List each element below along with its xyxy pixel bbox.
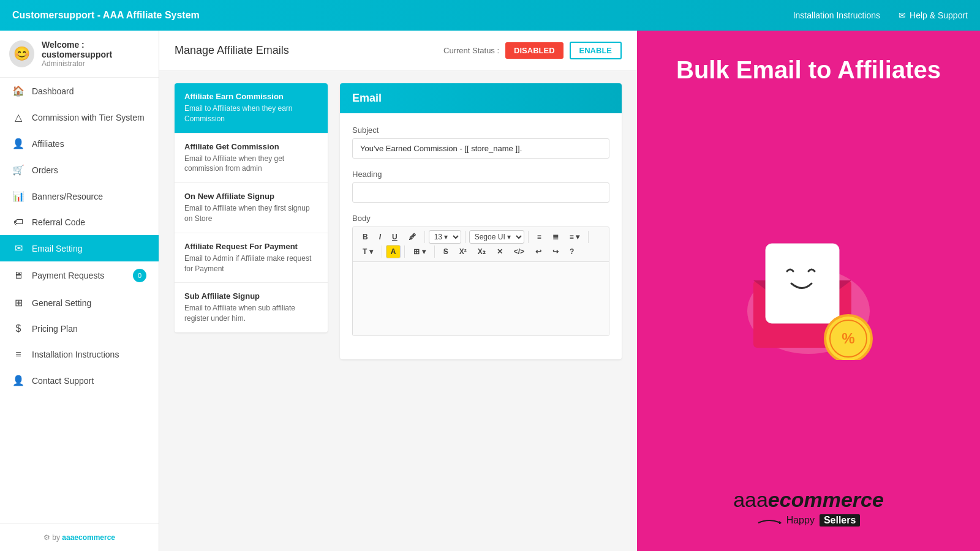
sidebar-footer: ⚙ by aaaecommerce xyxy=(0,523,159,551)
ordered-list-button[interactable]: ≣ xyxy=(548,230,564,244)
email-item-desc: Email to Admin if Affiliate make request… xyxy=(184,253,318,274)
sidebar-nav: 🏠 Dashboard △ Commission with Tier Syste… xyxy=(0,78,159,523)
help-button[interactable]: ? xyxy=(565,245,579,258)
top-header: Customersupport - AAA Affiliate System I… xyxy=(0,0,980,31)
email-list-item-2[interactable]: On New Affiliate Signup Email to Affilia… xyxy=(175,183,328,233)
undo-button[interactable]: ↩ xyxy=(530,245,546,258)
table-button[interactable]: ⊞ ▾ xyxy=(409,245,430,258)
content-area: Manage Affiliate Emails Current Status :… xyxy=(159,31,637,551)
sidebar-item-label: Pricing Plan xyxy=(32,324,78,334)
promo-brand: aaaecommerce Happy Sellers xyxy=(733,488,884,527)
payment-badge: 0 xyxy=(133,269,146,282)
tagline-happy: Happy xyxy=(786,515,815,526)
underline-button[interactable]: U xyxy=(387,230,402,244)
sidebar-item-installation[interactable]: ≡ Installation Instructions xyxy=(0,342,159,367)
promo-headline: Bulk Email to Affiliates xyxy=(676,55,941,84)
subject-label: Subject xyxy=(352,126,609,135)
header-links: Installation Instructions ✉ Help & Suppo… xyxy=(793,10,968,20)
sidebar-item-orders[interactable]: 🛒 Orders xyxy=(0,157,159,183)
redo-button[interactable]: ↪ xyxy=(548,245,564,258)
grid-icon: ⊞ xyxy=(12,297,24,309)
email-form-panel: Email Subject Heading Body B xyxy=(340,83,622,359)
font-family-select[interactable]: Segoe UI ▾ xyxy=(469,230,524,244)
superscript-button[interactable]: X² xyxy=(454,245,472,258)
toolbar-divider xyxy=(404,246,405,258)
email-icon: ✉ xyxy=(12,242,24,254)
email-list-item-4[interactable]: Sub Affiliate Signup Email to Affiliate … xyxy=(175,283,328,332)
toolbar-divider xyxy=(588,231,589,243)
sidebar-item-pricing[interactable]: $ Pricing Plan xyxy=(0,316,159,342)
sidebar-item-label: Contact Support xyxy=(32,376,94,386)
toolbar-divider xyxy=(528,231,529,243)
sidebar-item-contact[interactable]: 👤 Contact Support xyxy=(0,367,159,394)
align-button[interactable]: ≡ ▾ xyxy=(565,230,584,244)
editor-body[interactable] xyxy=(353,262,609,335)
status-badge: DISABLED xyxy=(505,42,563,59)
brand-aaa: aaa xyxy=(733,488,768,511)
sidebar-item-banners[interactable]: 📊 Banners/Resource xyxy=(0,183,159,209)
cart-icon: 🛒 xyxy=(12,164,24,176)
email-list-item-0[interactable]: Affiliate Earn Commission Email to Affil… xyxy=(175,83,328,133)
clear-button[interactable]: ✕ xyxy=(492,245,508,258)
email-item-desc: Email to Affiliate when they get commiss… xyxy=(184,154,318,174)
highlight-button[interactable]: A xyxy=(386,245,401,258)
right-promo-panel: Bulk Email to Affiliates xyxy=(637,31,980,551)
user-info: Welcome : customersupport Administrator xyxy=(42,40,149,68)
unordered-list-button[interactable]: ≡ xyxy=(532,230,546,244)
font-size-select[interactable]: 13 ▾ xyxy=(429,230,461,244)
enable-button[interactable]: ENABLE xyxy=(570,42,622,59)
promo-illustration: % xyxy=(741,213,876,360)
triangle-icon: △ xyxy=(12,111,24,123)
bold-button[interactable]: B xyxy=(358,230,373,244)
contact-icon: 👤 xyxy=(12,375,24,386)
tag-icon: 🏷 xyxy=(12,217,24,228)
page-header: Manage Affiliate Emails Current Status :… xyxy=(159,31,637,71)
page-title: Manage Affiliate Emails xyxy=(175,44,289,57)
email-item-title: Sub Affiliate Signup xyxy=(184,291,318,301)
toolbar-divider xyxy=(382,246,382,258)
subject-input[interactable] xyxy=(352,138,609,159)
email-list-item-3[interactable]: Affiliate Request For Payment Email to A… xyxy=(175,233,328,283)
help-link[interactable]: ✉ Help & Support xyxy=(899,10,968,20)
toolbar-divider xyxy=(434,246,435,258)
svg-text:%: % xyxy=(842,330,854,347)
editor-toolbar: B I U 🖉 13 ▾ Segoe UI ▾ xyxy=(353,227,609,262)
heading-input[interactable] xyxy=(352,182,609,203)
sidebar-item-label: Payment Requests xyxy=(32,271,104,280)
email-item-title: Affiliate Request For Payment xyxy=(184,242,318,251)
text-style-button[interactable]: T ▾ xyxy=(358,245,378,258)
sidebar-item-label: Commission with Tier System xyxy=(32,113,145,122)
email-item-title: Affiliate Get Commission xyxy=(184,142,318,151)
footer-brand-link[interactable]: aaaecommerce xyxy=(62,533,115,542)
sidebar-item-payment-requests[interactable]: 🖥 Payment Requests 0 xyxy=(0,261,159,290)
sidebar-item-label: Dashboard xyxy=(32,86,74,96)
chart-icon: 📊 xyxy=(12,190,24,202)
code-button[interactable]: </> xyxy=(509,245,529,258)
sidebar-item-dashboard[interactable]: 🏠 Dashboard xyxy=(0,78,159,104)
brand-ecommerce: ecommerce xyxy=(768,488,884,511)
content-body: Affiliate Earn Commission Email to Affil… xyxy=(159,71,637,551)
envelope-illustration: % xyxy=(741,213,876,360)
sidebar-item-email-setting[interactable]: ✉ Email Setting xyxy=(0,235,159,261)
toolbar-divider xyxy=(424,231,425,243)
sidebar-item-commission-tier[interactable]: △ Commission with Tier System xyxy=(0,104,159,130)
sidebar-item-general[interactable]: ⊞ General Setting xyxy=(0,290,159,316)
arrow-icon xyxy=(757,517,782,524)
italic-button[interactable]: I xyxy=(374,230,386,244)
sidebar-item-referral[interactable]: 🏷 Referral Code xyxy=(0,209,159,235)
email-form-body: Subject Heading Body B I U xyxy=(340,113,622,359)
strikethrough-button[interactable]: S xyxy=(439,245,453,258)
sidebar: 😊 Welcome : customersupport Administrato… xyxy=(0,31,159,551)
email-list-item-1[interactable]: Affiliate Get Commission Email to Affili… xyxy=(175,133,328,184)
list-icon: ≡ xyxy=(12,349,24,360)
email-item-title: On New Affiliate Signup xyxy=(184,192,318,201)
status-area: Current Status : DISABLED ENABLE xyxy=(443,42,622,59)
subscript-button[interactable]: X₂ xyxy=(473,245,491,258)
installation-link[interactable]: Installation Instructions xyxy=(793,10,880,20)
email-item-desc: Email to Affiliates when they earn Commi… xyxy=(184,103,318,124)
monitor-icon: 🖥 xyxy=(12,270,24,281)
format-button[interactable]: 🖉 xyxy=(404,230,421,244)
sidebar-item-affiliates[interactable]: 👤 Affiliates xyxy=(0,130,159,157)
avatar: 😊 xyxy=(9,40,34,67)
editor-container: B I U 🖉 13 ▾ Segoe UI ▾ xyxy=(352,227,609,336)
